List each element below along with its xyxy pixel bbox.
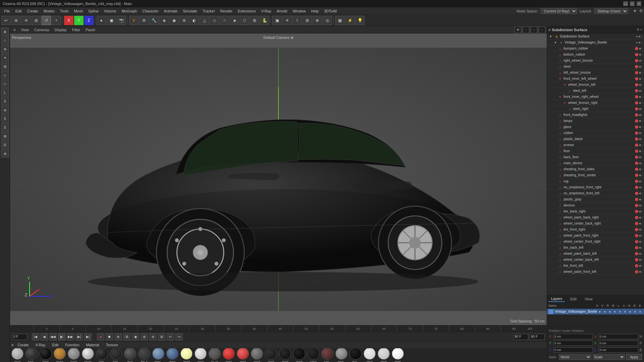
mat-glass2[interactable]: glass <box>166 348 178 362</box>
om-tag6-icon[interactable]: ■□ <box>639 65 643 68</box>
sculpt-button[interactable]: ◎ <box>323 16 332 25</box>
om-tag-icon[interactable]: □ <box>641 35 643 38</box>
menu-file[interactable]: File <box>1 8 13 14</box>
plugin5-button[interactable]: ◐ <box>190 16 199 25</box>
mat-function-menu[interactable]: Function <box>62 342 82 348</box>
deform-button[interactable]: ⌇ <box>292 16 302 25</box>
om-tag14-icon[interactable]: ■□ <box>639 113 643 117</box>
vray-icon-button[interactable]: V <box>129 16 139 25</box>
mat-brons[interactable]: brons <box>54 348 66 362</box>
hair-button[interactable]: ⊕ <box>313 16 322 25</box>
om-vis-icon[interactable]: ● <box>636 35 638 38</box>
go-end-button[interactable]: ▶| <box>84 333 92 341</box>
om-tag29-icon[interactable]: ■□ <box>639 204 643 207</box>
menu-tracker[interactable]: Tracker <box>200 8 218 14</box>
om-item-screws[interactable]: △ screws ■□ <box>547 142 644 148</box>
plugin7-button[interactable]: ◇ <box>210 16 219 25</box>
menu-simulate[interactable]: Simulate <box>180 8 200 14</box>
y-axis-button[interactable]: Y <box>74 16 84 25</box>
node-space-select[interactable]: Current (V-Ray) <box>541 8 577 14</box>
snap-button[interactable]: ⚡ <box>345 16 355 25</box>
menu-volume[interactable]: Volume <box>101 8 119 14</box>
z-axis-button[interactable]: Z <box>84 16 94 25</box>
mat-felt[interactable]: felt_h <box>138 348 150 362</box>
mat-rugs[interactable]: rugs_ <box>321 348 333 362</box>
om-item-subdivision[interactable]: ▼ ◈ Subdivision Surface ● ■ □ <box>547 34 644 40</box>
om-tag27-icon[interactable]: ■□ <box>639 192 643 195</box>
left-tool-14[interactable]: ☰ <box>1 141 9 149</box>
mat-whee2[interactable]: whee <box>378 348 390 362</box>
om-item-wpfl[interactable]: △ wheel_paint_front_left ■□ <box>547 269 644 275</box>
left-tool-15[interactable]: ⊕ <box>1 149 9 158</box>
menu-tools[interactable]: Tools <box>57 8 71 14</box>
menu-modes[interactable]: Modes <box>41 8 57 14</box>
mat-alumi[interactable]: alumi <box>11 348 23 362</box>
menu-mograph[interactable]: MoGraph <box>119 8 140 14</box>
om-item-wbr[interactable]: ▼ wheel_bronze_right ■□ <box>547 100 644 106</box>
live-select-button[interactable]: ⊕ <box>11 16 21 25</box>
motion8-button[interactable]: ↩ <box>167 333 174 341</box>
om-tag2-icon[interactable]: □ <box>641 41 643 44</box>
om-item-tbl[interactable]: △ tire_back_left ■□ <box>547 245 644 251</box>
om-tag9-icon[interactable]: ■□ <box>639 83 643 86</box>
om-tag5-icon[interactable]: ■□ <box>639 59 643 62</box>
plugin1-button[interactable]: 🔧 <box>149 16 159 25</box>
layer-r[interactable]: ● <box>607 310 612 313</box>
om-item-steel[interactable]: △ steel ■□ <box>547 64 644 70</box>
motion6-button[interactable]: ⊛ <box>149 333 157 341</box>
layer-g[interactable]: ● <box>628 310 633 313</box>
mat-plasti3[interactable]: plasti <box>293 348 305 362</box>
x-rot-input[interactable] <box>599 334 638 339</box>
plugin11-button[interactable]: ⊞ <box>250 16 259 25</box>
om-tag26-icon[interactable]: ■□ <box>639 186 643 189</box>
layer-m[interactable]: ● <box>612 310 618 313</box>
om-tag12-icon[interactable]: ■□ <box>639 101 643 105</box>
play-button[interactable]: ▶ <box>58 333 65 341</box>
layout-select[interactable]: Startup (User) <box>594 8 628 14</box>
om-tag16-icon[interactable]: ■□ <box>639 125 643 129</box>
mat-texture-menu[interactable]: Texture <box>103 342 121 348</box>
om-item-wpbr[interactable]: △ wheel_paint_back_right ■□ <box>547 215 644 221</box>
mat-noer[interactable]: no_er <box>209 348 221 362</box>
om-item-rug[interactable]: △ rug ■□ <box>547 178 644 184</box>
om-item-bottom[interactable]: △ bottom_rubber ■□ <box>547 52 644 58</box>
vp-icon-3[interactable]: ← <box>531 26 537 33</box>
go-start-button[interactable]: |◀ <box>32 333 39 341</box>
om-item-pb[interactable]: △ plastic_black ■□ <box>547 136 644 142</box>
layer-l[interactable]: ● <box>618 310 623 313</box>
om-item-rubber[interactable]: △ rubber ■□ <box>547 130 644 136</box>
om-tag32-icon[interactable]: ■□ <box>639 222 643 225</box>
add-button[interactable]: + <box>52 16 61 25</box>
mat-material-menu[interactable]: Material <box>84 342 102 348</box>
start-frame-field[interactable] <box>513 334 528 340</box>
vt-view[interactable]: View <box>19 27 31 32</box>
om-tag37-icon[interactable]: ■□ <box>639 252 643 255</box>
om-tag20-icon[interactable]: ■□ <box>639 149 643 153</box>
om-tag19-icon[interactable]: ■□ <box>639 143 643 147</box>
timeline[interactable]: 0 5 10 15 20 25 30 35 40 45 50 55 60 65 … <box>10 325 547 332</box>
mat-pedal[interactable]: pedal <box>251 348 263 362</box>
layer-v[interactable]: ● <box>602 310 607 313</box>
layers-tab[interactable]: Layers <box>548 296 565 302</box>
layer-s[interactable]: ● <box>597 310 602 313</box>
vp-icon-4[interactable]: → <box>539 26 545 33</box>
menu-help[interactable]: Help <box>309 8 322 14</box>
om-item-nefr[interactable]: △ no_emptiness_front_right ■□ <box>547 184 644 190</box>
current-frame-field[interactable] <box>12 334 27 340</box>
om-vis2-icon[interactable]: ● <box>636 41 638 44</box>
light-button[interactable]: ☀ <box>282 16 292 25</box>
end-frame-field1[interactable] <box>530 334 545 340</box>
left-tool-12[interactable]: S <box>1 123 9 131</box>
om-item-wcbr[interactable]: △ wheel_center_back_right ■□ <box>547 221 644 227</box>
next-frame-button[interactable]: ▶| <box>75 333 83 341</box>
scale-button[interactable]: ⊞ <box>32 16 41 25</box>
left-tool-13[interactable]: ⊞ <box>1 132 9 140</box>
om-tag31-icon[interactable]: ■□ <box>639 216 643 219</box>
motion-rec-button[interactable]: ◉ <box>132 333 139 341</box>
om-item-tfl[interactable]: △ tire_front_left ■□ <box>547 263 644 269</box>
edit-tab[interactable]: Edit <box>568 296 579 302</box>
om-tag39-icon[interactable]: ■□ <box>639 264 643 267</box>
render-region-button[interactable]: ▣ <box>107 16 116 25</box>
vp-icon-2[interactable]: ↑ <box>523 26 529 33</box>
bookmark-icon[interactable]: ★ <box>633 9 637 13</box>
